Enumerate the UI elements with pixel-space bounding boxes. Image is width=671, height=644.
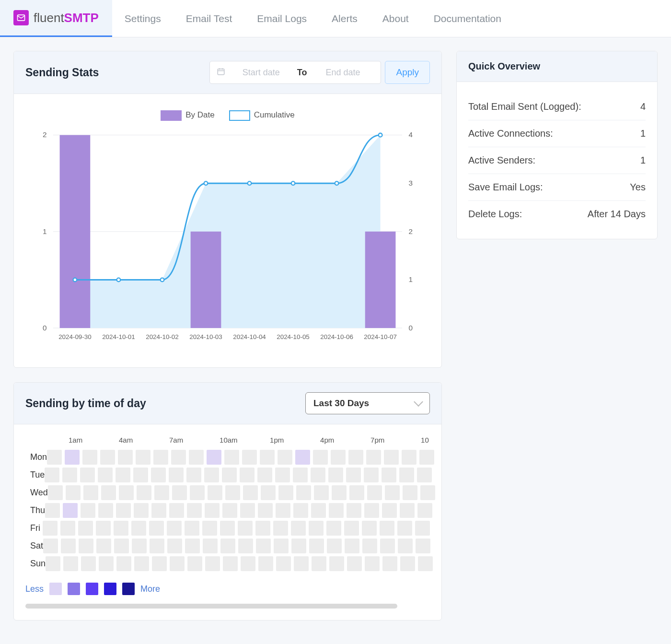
- heatmap-cell[interactable]: [380, 539, 395, 553]
- heatmap-cell[interactable]: [273, 521, 288, 536]
- heatmap-cell[interactable]: [309, 539, 324, 553]
- heatmap-cell[interactable]: [400, 556, 415, 571]
- heatmap-cell[interactable]: [222, 503, 237, 518]
- heatmap-cell[interactable]: [225, 485, 240, 500]
- heatmap-cell[interactable]: [187, 556, 202, 571]
- heatmap-cell[interactable]: [326, 521, 341, 536]
- heatmap-cell[interactable]: [331, 450, 346, 465]
- heatmap-cell[interactable]: [347, 503, 361, 518]
- heatmap-cell[interactable]: [241, 556, 255, 571]
- heatmap-cell[interactable]: [153, 450, 168, 465]
- heatmap-cell[interactable]: [45, 468, 59, 482]
- heatmap-cell[interactable]: [291, 521, 306, 536]
- heatmap-cell[interactable]: [238, 539, 253, 553]
- legend-cumulative[interactable]: Cumulative: [229, 110, 295, 121]
- heatmap-cell[interactable]: [116, 503, 131, 518]
- end-date-input[interactable]: [312, 68, 374, 78]
- heatmap-cell[interactable]: [63, 503, 78, 518]
- heatmap-cell[interactable]: [347, 556, 362, 571]
- heatmap-cell[interactable]: [328, 468, 343, 482]
- nav-alerts[interactable]: Alerts: [319, 0, 370, 37]
- heatmap-cell[interactable]: [98, 468, 113, 482]
- heatmap-cell[interactable]: [169, 468, 184, 482]
- heatmap-cell[interactable]: [258, 556, 273, 571]
- brand-logo[interactable]: fluentSMTP: [0, 0, 112, 37]
- nav-about[interactable]: About: [370, 0, 421, 37]
- heatmap-cell[interactable]: [397, 521, 412, 536]
- heatmap-cell[interactable]: [186, 468, 201, 482]
- heatmap-cell[interactable]: [385, 485, 400, 500]
- heatmap-cell[interactable]: [224, 450, 239, 465]
- heatmap-cell[interactable]: [80, 468, 95, 482]
- heatmap-cell[interactable]: [190, 485, 205, 500]
- heatmap-cell[interactable]: [260, 450, 275, 465]
- apply-button[interactable]: Apply: [385, 61, 430, 84]
- heatmap-cell[interactable]: [43, 539, 58, 553]
- heatmap-cell[interactable]: [416, 539, 430, 553]
- heatmap-cell[interactable]: [134, 503, 149, 518]
- heatmap-cell[interactable]: [278, 450, 292, 465]
- heatmap-cell[interactable]: [274, 539, 289, 553]
- heatmap-cell[interactable]: [384, 450, 399, 465]
- heatmap-cell[interactable]: [116, 468, 130, 482]
- nav-settings[interactable]: Settings: [112, 0, 174, 37]
- heatmap-cell[interactable]: [367, 485, 382, 500]
- heatmap-cell[interactable]: [311, 468, 325, 482]
- heatmap-cell[interactable]: [136, 450, 150, 465]
- heatmap-cell[interactable]: [133, 468, 148, 482]
- heatmap-cell[interactable]: [291, 539, 306, 553]
- heatmap-cell[interactable]: [132, 539, 147, 553]
- heatmap-cell[interactable]: [171, 450, 186, 465]
- heatmap-cell[interactable]: [205, 503, 220, 518]
- heatmap-cell[interactable]: [293, 503, 308, 518]
- heatmap-cell[interactable]: [362, 521, 377, 536]
- heatmap-cell[interactable]: [170, 556, 185, 571]
- heatmap-cell[interactable]: [276, 556, 291, 571]
- heatmap-cell[interactable]: [240, 503, 255, 518]
- heatmap-cell[interactable]: [276, 503, 290, 518]
- heatmap-cell[interactable]: [78, 521, 93, 536]
- heatmap-cell[interactable]: [79, 539, 93, 553]
- heatmap-cell[interactable]: [137, 485, 151, 500]
- heatmap-cell[interactable]: [295, 450, 310, 465]
- heatmap-cell[interactable]: [349, 485, 364, 500]
- heatmap-cell[interactable]: [380, 521, 394, 536]
- heatmap-cell[interactable]: [150, 539, 164, 553]
- heatmap-cell[interactable]: [348, 450, 363, 465]
- heatmap-cell[interactable]: [364, 468, 379, 482]
- heatmap-cell[interactable]: [189, 450, 204, 465]
- heatmap-cell[interactable]: [45, 503, 60, 518]
- heatmap-cell[interactable]: [278, 485, 293, 500]
- heatmap-cell[interactable]: [185, 539, 200, 553]
- heatmap-cell[interactable]: [345, 539, 359, 553]
- heatmap-scrollbar[interactable]: [25, 604, 397, 609]
- heatmap-cell[interactable]: [329, 556, 344, 571]
- heatmap-cell[interactable]: [220, 521, 235, 536]
- heatmap-cell[interactable]: [118, 450, 133, 465]
- heatmap-cell[interactable]: [167, 521, 182, 536]
- heatmap-cell[interactable]: [134, 556, 149, 571]
- heatmap-cell[interactable]: [364, 503, 379, 518]
- heatmap-cell[interactable]: [205, 556, 220, 571]
- heatmap-cell[interactable]: [382, 468, 396, 482]
- heatmap-cell[interactable]: [240, 468, 255, 482]
- heatmap-cell[interactable]: [46, 556, 60, 571]
- heatmap-cell[interactable]: [149, 521, 164, 536]
- heatmap-cell[interactable]: [382, 503, 397, 518]
- heatmap-cell[interactable]: [208, 485, 222, 500]
- heatmap-cell[interactable]: [257, 468, 272, 482]
- heatmap-cell[interactable]: [382, 556, 397, 571]
- heatmap-cell[interactable]: [296, 485, 311, 500]
- heatmap-cell[interactable]: [43, 521, 58, 536]
- heatmap-cell[interactable]: [60, 521, 75, 536]
- heatmap-cell[interactable]: [81, 556, 96, 571]
- heatmap-cell[interactable]: [116, 556, 131, 571]
- heatmap-cell[interactable]: [399, 468, 414, 482]
- heatmap-cell[interactable]: [332, 485, 347, 500]
- heatmap-cell[interactable]: [314, 485, 329, 500]
- heatmap-cell[interactable]: [256, 539, 271, 553]
- heatmap-cell[interactable]: [81, 503, 95, 518]
- heatmap-cell[interactable]: [47, 450, 62, 465]
- heatmap-cell[interactable]: [243, 485, 258, 500]
- heatmap-cell[interactable]: [98, 503, 113, 518]
